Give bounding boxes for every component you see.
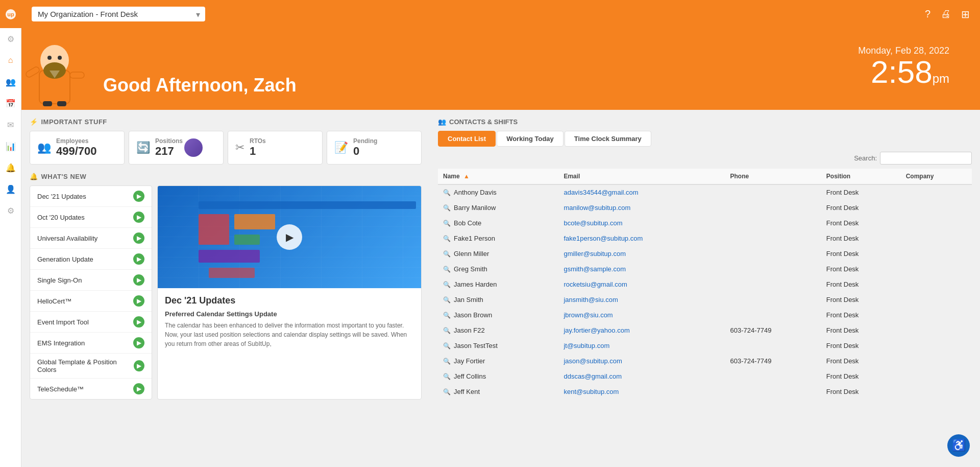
row-search-icon-10[interactable]: 🔍 <box>443 342 451 349</box>
cell-email-9: jay.fortier@yahoo.com <box>558 323 725 338</box>
tab-contact-list[interactable]: Contact List <box>438 131 496 147</box>
help-icon[interactable]: ? <box>925 8 930 20</box>
table-row[interactable]: 🔍 Fake1 Person fake1person@subitup.com F… <box>438 231 972 246</box>
rtos-value: 1 <box>250 145 266 158</box>
print-icon[interactable]: 🖨 <box>941 8 951 20</box>
employees-card[interactable]: 👥 Employees 499/700 <box>30 131 125 165</box>
name-sort-icon: ▲ <box>463 173 470 180</box>
email-link-13[interactable]: kent@subitup.com <box>564 388 619 395</box>
sidebar-item-calendar[interactable]: 📅 <box>0 92 21 114</box>
sidebar-item-home[interactable]: ⌂ <box>0 50 21 71</box>
col-email[interactable]: Email <box>558 169 725 184</box>
table-row[interactable]: 🔍 Jan Smith jansmith@siu.com Front Desk <box>438 292 972 308</box>
cell-email-2: bcote@subitup.com <box>558 216 725 231</box>
table-row[interactable]: 🔍 Bob Cote bcote@subitup.com Front Desk <box>438 216 972 231</box>
org-selector-wrap[interactable]: My Organization - Front Desk <box>32 7 205 21</box>
sidebar-item-messages[interactable]: ✉ <box>0 114 21 135</box>
row-search-icon-6[interactable]: 🔍 <box>443 281 451 288</box>
news-item-teleschedule[interactable]: TeleSchedule™ ▶ <box>30 379 152 399</box>
news-item-ems[interactable]: EMS Integration ▶ <box>30 333 152 354</box>
table-row[interactable]: 🔍 James Harden rocketsiu@gmail.com Front… <box>438 277 972 292</box>
rtos-card[interactable]: ✂ RTOs 1 <box>228 131 323 165</box>
video-thumbnail[interactable]: ▶ <box>158 186 421 288</box>
table-row[interactable]: 🔍 Jason TestTest jt@subitup.com Front De… <box>438 338 972 354</box>
app-logo[interactable]: up <box>0 0 21 28</box>
cell-name-6: 🔍 James Harden <box>438 277 558 292</box>
table-row[interactable]: 🔍 Anthony Davis adavis34544@gmail.com Fr… <box>438 184 972 200</box>
row-search-icon-5[interactable]: 🔍 <box>443 266 451 273</box>
tab-working-today[interactable]: Working Today <box>497 131 564 147</box>
cell-name-9: 🔍 Jason F22 <box>438 323 558 338</box>
news-item-event-import[interactable]: Event Import Tool ▶ <box>30 312 152 333</box>
apps-icon[interactable]: ⊞ <box>961 8 970 20</box>
tab-time-clock[interactable]: Time Clock Summary <box>565 131 651 147</box>
sidebar-item-team[interactable]: 👥 <box>0 71 21 92</box>
table-wrap[interactable]: Name ▲ Email Phone Position Company 🔍 <box>438 169 972 459</box>
topbar: My Organization - Front Desk ? 🖨 ⊞ <box>21 0 980 28</box>
email-link-9[interactable]: jay.fortier@yahoo.com <box>564 326 629 334</box>
search-input[interactable] <box>880 152 972 165</box>
row-search-icon-12[interactable]: 🔍 <box>443 373 451 380</box>
hero-time: Monday, Feb 28, 2022 2:58pm <box>858 45 949 93</box>
table-row[interactable]: 🔍 Barry Manilow manilow@subitup.com Fron… <box>438 200 972 216</box>
col-company[interactable]: Company <box>901 169 972 184</box>
cell-phone-1 <box>725 200 821 216</box>
news-item-sso[interactable]: Single Sign-On ▶ <box>30 270 152 291</box>
pending-label: Pending <box>353 137 377 145</box>
table-row[interactable]: 🔍 Jeff Collins ddscas@gmail.com Front De… <box>438 369 972 384</box>
email-link-8[interactable]: jbrown@siu.com <box>564 311 612 319</box>
sidebar-item-user[interactable]: 👤 <box>0 178 21 200</box>
sidebar-item-charts[interactable]: 📊 <box>0 135 21 157</box>
row-search-icon-1[interactable]: 🔍 <box>443 204 451 212</box>
cell-position-11: Front Desk <box>821 354 901 369</box>
email-link-5[interactable]: gsmith@sample.com <box>564 265 626 273</box>
row-search-icon-3[interactable]: 🔍 <box>443 235 451 242</box>
positions-card[interactable]: 🔄 Positions 217 <box>129 131 224 165</box>
table-row[interactable]: 🔍 Greg Smith gsmith@sample.com Front Des… <box>438 262 972 277</box>
row-search-icon-0[interactable]: 🔍 <box>443 189 451 196</box>
email-link-6[interactable]: rocketsiu@gmail.com <box>564 281 627 288</box>
row-search-icon-9[interactable]: 🔍 <box>443 327 451 334</box>
accessibility-button[interactable]: ♿ <box>947 434 970 457</box>
news-item-hellocert[interactable]: HelloCert™ ▶ <box>30 291 152 312</box>
table-row[interactable]: 🔍 Jeff Kent kent@subitup.com Front Desk <box>438 384 972 400</box>
news-item-dec21[interactable]: Dec '21 Updates ▶ <box>30 186 152 207</box>
cell-phone-9: 603-724-7749 <box>725 323 821 338</box>
table-row[interactable]: 🔍 Glenn Miller gmiller@subitup.com Front… <box>438 246 972 262</box>
news-item-oct20[interactable]: Oct '20 Updates ▶ <box>30 207 152 228</box>
org-selector[interactable]: My Organization - Front Desk <box>32 7 205 21</box>
sidebar-item-settings[interactable]: ⚙ <box>0 28 21 50</box>
email-link-3[interactable]: fake1person@subitup.com <box>564 235 643 242</box>
table-row[interactable]: 🔍 Jason F22 jay.fortier@yahoo.com 603-72… <box>438 323 972 338</box>
col-name[interactable]: Name ▲ <box>438 169 558 184</box>
email-link-0[interactable]: adavis34544@gmail.com <box>564 189 638 196</box>
cell-phone-2 <box>725 216 821 231</box>
table-row[interactable]: 🔍 Jason Brown jbrown@siu.com Front Desk <box>438 308 972 323</box>
pending-card[interactable]: 📝 Pending 0 <box>327 131 422 165</box>
email-link-7[interactable]: jansmith@siu.com <box>564 296 618 303</box>
email-link-1[interactable]: manilow@subitup.com <box>564 204 630 212</box>
news-item-universal[interactable]: Universal Availability ▶ <box>30 228 152 249</box>
sidebar-item-alerts[interactable]: 🔔 <box>0 157 21 178</box>
col-position[interactable]: Position <box>821 169 901 184</box>
email-link-11[interactable]: jason@subitup.com <box>564 357 622 365</box>
contacts-icon: 👥 <box>438 118 446 126</box>
svg-text:up: up <box>7 11 14 17</box>
sidebar-item-settings2[interactable]: ⚙ <box>0 200 21 221</box>
news-item-generation[interactable]: Generation Update ▶ <box>30 249 152 270</box>
svg-rect-8 <box>70 72 84 78</box>
row-search-icon-4[interactable]: 🔍 <box>443 250 451 258</box>
news-item-global-template[interactable]: Global Template & Position Colors ▶ <box>30 354 152 379</box>
row-search-icon-13[interactable]: 🔍 <box>443 388 451 395</box>
email-link-10[interactable]: jt@subitup.com <box>564 342 609 349</box>
email-link-4[interactable]: gmiller@subitup.com <box>564 250 626 258</box>
row-search-icon-7[interactable]: 🔍 <box>443 296 451 303</box>
row-search-icon-8[interactable]: 🔍 <box>443 312 451 319</box>
email-link-12[interactable]: ddscas@gmail.com <box>564 372 622 380</box>
cell-position-10: Front Desk <box>821 338 901 354</box>
table-row[interactable]: 🔍 Jay Fortier jason@subitup.com 603-724-… <box>438 354 972 369</box>
email-link-2[interactable]: bcote@subitup.com <box>564 219 622 227</box>
row-search-icon-11[interactable]: 🔍 <box>443 358 451 365</box>
col-phone[interactable]: Phone <box>725 169 821 184</box>
row-search-icon-2[interactable]: 🔍 <box>443 220 451 227</box>
